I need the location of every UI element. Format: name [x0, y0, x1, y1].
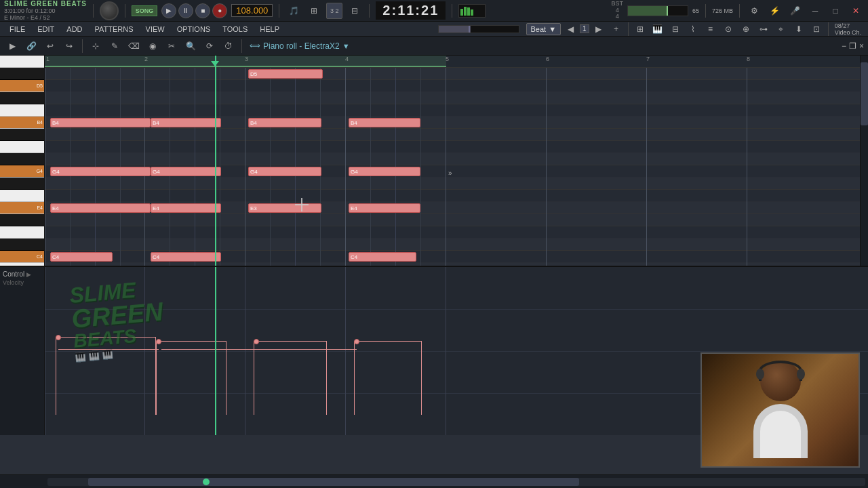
toolbar-undo[interactable]: ↩	[42, 38, 58, 54]
beat-nav-prev[interactable]: ◀	[562, 21, 578, 37]
snap-btn[interactable]: ⌖	[773, 21, 789, 37]
piano-key-b4[interactable]: B4	[0, 117, 44, 129]
channel-vol-slider[interactable]	[438, 25, 519, 33]
vel-box-4[interactable]	[354, 341, 422, 415]
piano-keys[interactable]: D5 B4 G4 E4 C4	[0, 56, 45, 266]
menu-view[interactable]: VIEW	[140, 24, 170, 35]
tool-quantize[interactable]: ⏱	[220, 38, 237, 54]
export-btn[interactable]: ⊡	[808, 21, 825, 37]
piano-key-d4[interactable]	[0, 226, 44, 239]
piano-key-e4[interactable]: E4	[0, 202, 44, 214]
tool-select[interactable]: ⊹	[87, 38, 104, 54]
master-knob[interactable]	[100, 1, 119, 20]
note-c4-3[interactable]: C4	[349, 252, 416, 262]
menu-add[interactable]: ADD	[61, 24, 87, 35]
beat-add[interactable]: +	[608, 21, 625, 37]
piano-key-f4[interactable]	[0, 190, 44, 202]
minimize-btn[interactable]: ─	[807, 3, 823, 19]
piano-roll-btn[interactable]: 🎹	[650, 21, 666, 37]
note-e4-1[interactable]: E4	[50, 203, 151, 213]
menu-tools[interactable]: TOOLS	[217, 24, 253, 35]
note-g4-3[interactable]: G4	[248, 167, 321, 176]
browser-btn[interactable]: ⊙	[720, 21, 736, 37]
note-c4-2[interactable]: C4	[151, 252, 221, 262]
step-seq-btn[interactable]: ⊟	[667, 21, 684, 37]
piano-key-a4[interactable]	[0, 141, 44, 153]
tool-slice[interactable]: ✂	[163, 38, 180, 54]
play-btn[interactable]: ▶	[161, 3, 176, 18]
mic-icon[interactable]: 🎤	[787, 3, 803, 19]
menu-file[interactable]: FILE	[4, 24, 31, 35]
settings-icon[interactable]: ⚙	[746, 3, 762, 19]
piano-key-f5[interactable]	[0, 56, 44, 68]
menu-help[interactable]: HELP	[254, 24, 285, 35]
piano-roll-grid[interactable]: 1 2 3 4 5 6 7 8	[45, 56, 868, 266]
piano-key-cs5[interactable]	[0, 92, 44, 104]
tool-loop[interactable]: ⟳	[201, 38, 218, 54]
pause-btn[interactable]: ⏸	[178, 3, 193, 18]
filter-btn[interactable]: ⊶	[755, 21, 772, 37]
menu-patterns[interactable]: PATTERNS	[90, 24, 139, 35]
toolbar-snap[interactable]: 🔗	[23, 38, 39, 54]
toolbar-redo[interactable]: ↪	[61, 38, 77, 54]
download-btn[interactable]: ⬇	[791, 21, 807, 37]
piano-key-ds4[interactable]	[0, 214, 44, 226]
tool-pencil[interactable]: ✎	[106, 38, 123, 54]
stop-btn[interactable]: ■	[195, 3, 210, 18]
toolbar-play[interactable]: ▶	[4, 38, 20, 54]
piano-key-gs4[interactable]	[0, 153, 44, 165]
volume-area[interactable]	[627, 5, 688, 16]
pr-close[interactable]: ×	[859, 41, 864, 51]
record-btn[interactable]: ●	[212, 3, 227, 18]
maximize-btn[interactable]: □	[827, 3, 844, 19]
close-btn[interactable]: ✕	[848, 3, 864, 19]
mixer-btn[interactable]: ≡	[703, 21, 719, 37]
vel-node-2[interactable]	[156, 339, 161, 344]
piano-key-c4[interactable]: C4	[0, 251, 44, 263]
note-e3-1[interactable]: E3	[248, 203, 321, 213]
note-b4-3[interactable]: B4	[248, 118, 321, 127]
piano-roll-dropdown-arrow[interactable]: ▼	[342, 42, 350, 50]
pattern-view-btn[interactable]: ⊞	[632, 21, 648, 37]
pr-restore[interactable]: ❐	[849, 41, 856, 51]
menu-options[interactable]: OPTIONS	[172, 24, 216, 35]
piano-key-c5[interactable]	[0, 104, 44, 117]
plugin-icon[interactable]: ⚡	[766, 3, 783, 19]
piano-key-g4[interactable]: G4	[0, 165, 44, 178]
tool-zoom[interactable]: 🔍	[182, 38, 199, 54]
mixer-icon[interactable]: ⊟	[347, 3, 363, 19]
plugin-picker-btn[interactable]: ⊕	[738, 21, 754, 37]
beat-nav-next[interactable]: ▶	[591, 21, 607, 37]
piano-key-as4[interactable]	[0, 129, 44, 141]
tool-eraser[interactable]: ⌫	[125, 38, 142, 54]
piano-key-fs4[interactable]	[0, 178, 44, 190]
metronome-icon[interactable]: 🎵	[285, 3, 302, 19]
seq-icon[interactable]: 3 2	[326, 3, 342, 19]
vel-node-3[interactable]	[254, 339, 259, 344]
note-e4-2[interactable]: E4	[151, 203, 221, 213]
grid-scrollbar-v[interactable]	[860, 56, 868, 266]
pattern-icon[interactable]: ⊞	[306, 3, 322, 19]
note-d5-1[interactable]: D5	[248, 69, 323, 79]
note-b4-4[interactable]: B4	[349, 118, 420, 127]
note-g4-2[interactable]: G4	[151, 167, 221, 176]
piano-key-d5[interactable]: D5	[0, 80, 44, 92]
vel-node-1[interactable]	[56, 335, 61, 340]
note-e4-4[interactable]: E4	[349, 203, 420, 213]
tool-mute[interactable]: ◉	[144, 38, 161, 54]
note-c4-1[interactable]: C4	[50, 252, 113, 262]
automation-btn[interactable]: ⌇	[685, 21, 701, 37]
note-g4-4[interactable]: G4	[349, 167, 420, 176]
piano-key-e5[interactable]	[0, 68, 44, 80]
vel-node-4[interactable]	[354, 339, 359, 344]
pr-minimize[interactable]: −	[842, 41, 846, 51]
scroll-track[interactable]	[47, 478, 865, 486]
piano-key-cs4[interactable]	[0, 239, 44, 251]
note-b4-2[interactable]: B4	[151, 118, 221, 127]
beat-dropdown[interactable]: Beat ▼	[526, 23, 561, 35]
bottom-scrollbar[interactable]	[0, 474, 868, 488]
control-expand-arrow[interactable]: ▶	[26, 271, 31, 278]
bpm-display[interactable]: 108.000	[231, 4, 273, 17]
menu-edit[interactable]: EDIT	[32, 24, 60, 35]
note-b4-1[interactable]: B4	[50, 118, 151, 127]
